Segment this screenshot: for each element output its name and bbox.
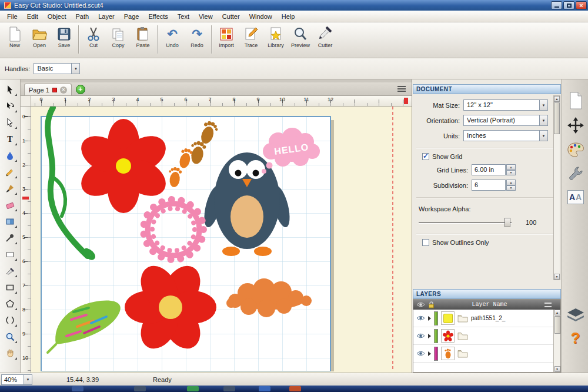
expand-arrow-icon[interactable] xyxy=(428,316,431,321)
expand-arrow-icon[interactable] xyxy=(428,351,431,356)
zoom-tool[interactable] xyxy=(2,328,18,345)
layers-scrollbar[interactable]: ▲ ▼ xyxy=(553,310,560,372)
save-button[interactable]: Save xyxy=(52,24,76,56)
menu-view[interactable]: View xyxy=(194,12,218,21)
layer-row[interactable] xyxy=(413,327,560,345)
menu-path[interactable]: Path xyxy=(71,12,94,21)
pan-tool[interactable] xyxy=(2,345,18,361)
transform-panel-button[interactable] xyxy=(566,116,584,135)
menu-text[interactable]: Text xyxy=(173,12,194,21)
open-button[interactable]: Open xyxy=(27,24,52,56)
undo-button[interactable]: ↶ Undo xyxy=(160,24,185,56)
scrollbar-thumb[interactable] xyxy=(554,316,560,334)
spin-down-icon[interactable]: ▼ xyxy=(506,185,516,191)
color-panel-button[interactable] xyxy=(566,141,584,160)
arc-tool[interactable] xyxy=(2,312,18,328)
zoom-select[interactable]: 40% ▼ xyxy=(1,374,32,385)
taskbar-item[interactable] xyxy=(259,386,270,391)
preview-button[interactable]: Preview xyxy=(288,24,313,56)
knife-tool[interactable] xyxy=(2,263,18,279)
copy-button[interactable]: Copy xyxy=(106,24,131,56)
canvas-viewport[interactable]: HELLO xyxy=(31,107,412,373)
slider-thumb[interactable] xyxy=(505,218,510,227)
document-panel-scrollbar[interactable]: ▲ ▼ xyxy=(553,95,560,280)
redo-button[interactable]: ↷ Redo xyxy=(185,24,209,56)
cut-button[interactable]: Cut xyxy=(81,24,106,56)
document-panel-button[interactable] xyxy=(566,91,584,110)
gradient-tool[interactable] xyxy=(2,213,18,230)
close-page-icon[interactable]: ✕ xyxy=(60,87,67,94)
pencil-tool[interactable] xyxy=(2,164,18,180)
units-select[interactable]: Inches ▼ xyxy=(463,130,548,141)
menu-file[interactable]: File xyxy=(2,12,22,21)
eye-icon[interactable] xyxy=(416,333,425,339)
subdivision-stepper[interactable]: ▲▼ xyxy=(506,180,516,191)
grid-lines-stepper[interactable]: ▲▼ xyxy=(506,164,516,175)
taskbar-item[interactable] xyxy=(223,386,235,391)
taskbar-item[interactable] xyxy=(289,386,301,391)
help-button[interactable]: ? xyxy=(566,328,584,347)
expand-arrow-icon[interactable] xyxy=(428,334,431,338)
close-button[interactable]: × xyxy=(576,1,587,9)
trace-button[interactable]: Trace xyxy=(239,24,263,56)
spin-up-icon[interactable]: ▲ xyxy=(506,164,516,170)
add-page-button[interactable]: + xyxy=(76,85,85,94)
handles-select[interactable]: Basic ▼ xyxy=(34,63,80,74)
scroll-down-icon[interactable]: ▼ xyxy=(554,274,560,280)
new-button[interactable]: New xyxy=(2,24,27,56)
menu-layer[interactable]: Layer xyxy=(93,12,119,21)
document-panel-header[interactable]: DOCUMENT xyxy=(413,84,561,94)
taskbar-item[interactable] xyxy=(72,386,83,391)
page-menu-icon[interactable] xyxy=(397,86,406,92)
menu-edit[interactable]: Edit xyxy=(22,12,43,21)
import-button[interactable]: Import xyxy=(214,24,239,56)
eye-icon[interactable] xyxy=(416,350,425,357)
spin-down-icon[interactable]: ▼ xyxy=(506,170,516,176)
cutter-button[interactable]: Cutter xyxy=(313,24,338,56)
eyedropper-tool[interactable] xyxy=(2,230,18,246)
show-grid-checkbox[interactable] xyxy=(422,153,429,160)
tools-panel-button[interactable] xyxy=(566,164,584,183)
layers-panel-button[interactable] xyxy=(566,306,584,325)
menu-effects[interactable]: Effects xyxy=(143,12,172,21)
menu-page[interactable]: Page xyxy=(119,12,144,21)
maximize-button[interactable] xyxy=(563,1,574,9)
orientation-select[interactable]: Vertical (Portrait) ▼ xyxy=(463,115,548,126)
menu-window[interactable]: Window xyxy=(245,12,277,21)
text-tool[interactable]: T xyxy=(2,131,18,147)
layers-panel-header[interactable]: LAYERS xyxy=(413,289,561,299)
subdivision-input[interactable]: 6 xyxy=(472,180,506,191)
mat-size-select[interactable]: 12" x 12" ▼ xyxy=(463,99,548,111)
layer-row[interactable]: path1551_2_ xyxy=(413,310,560,327)
menu-object[interactable]: Object xyxy=(43,12,71,21)
menu-cutter[interactable]: Cutter xyxy=(218,12,245,21)
eye-icon[interactable] xyxy=(416,301,425,308)
polygon-tool[interactable] xyxy=(2,295,18,312)
grid-lines-input[interactable]: 6.00 in xyxy=(472,164,506,175)
fonts-panel-button[interactable]: AA xyxy=(566,188,584,207)
scrollbar-thumb[interactable] xyxy=(554,102,560,134)
show-outlines-checkbox[interactable] xyxy=(422,239,429,246)
taskbar-item[interactable] xyxy=(134,386,146,391)
lock-icon[interactable] xyxy=(428,301,435,308)
layer-row[interactable] xyxy=(413,345,560,363)
rectangle-tool[interactable] xyxy=(2,279,18,295)
scroll-up-icon[interactable]: ▲ xyxy=(554,96,560,102)
chevron-down-icon[interactable]: ▼ xyxy=(24,374,32,385)
rotate-tool[interactable] xyxy=(2,98,18,114)
paste-button[interactable]: Paste xyxy=(131,24,155,56)
minimize-button[interactable] xyxy=(551,1,562,9)
menu-help[interactable]: Help xyxy=(277,12,300,21)
eraser-tool[interactable] xyxy=(2,197,18,213)
fill-tool[interactable] xyxy=(2,147,18,164)
library-button[interactable]: Library xyxy=(263,24,288,56)
taskbar-item[interactable] xyxy=(187,386,199,391)
spin-up-icon[interactable]: ▲ xyxy=(506,180,516,185)
node-edit-tool[interactable] xyxy=(2,114,18,131)
eye-icon[interactable] xyxy=(416,315,425,321)
layers-menu-icon[interactable] xyxy=(544,303,552,307)
shape-tool[interactable] xyxy=(2,246,18,263)
workspace-alpha-slider[interactable] xyxy=(419,217,512,227)
canvas-scene[interactable]: HELLO xyxy=(31,107,412,371)
scroll-up-icon[interactable]: ▲ xyxy=(554,310,560,315)
